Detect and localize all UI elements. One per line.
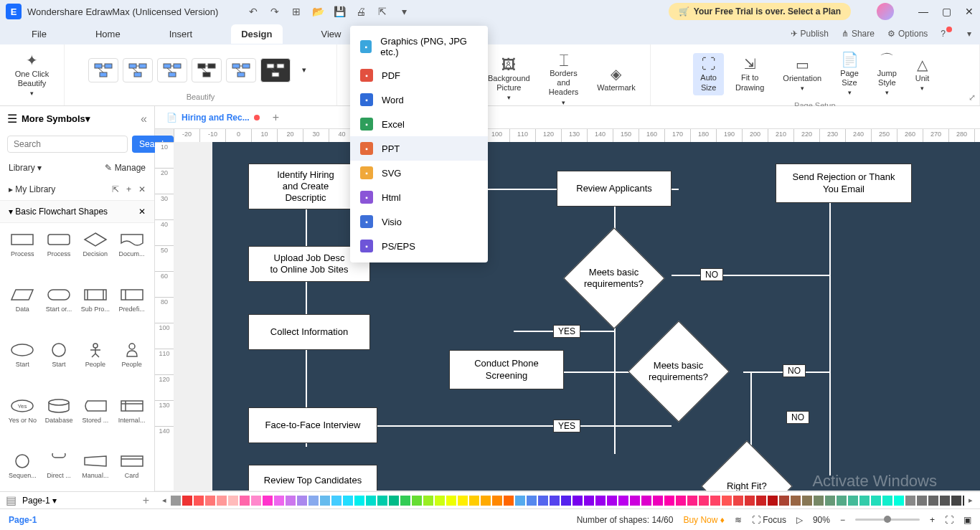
theme-more-button[interactable]: ▾ <box>295 62 314 77</box>
shape-data[interactable]: Data <box>6 284 39 336</box>
export-ps-eps[interactable]: ▪PS/EPS <box>350 234 488 258</box>
shape-predefi[interactable]: Predefi... <box>115 284 149 336</box>
one-click-beautify-button[interactable]: ✦ One Click Beautify ▾ <box>8 49 57 100</box>
color-swatch[interactable] <box>194 496 204 506</box>
color-swatch[interactable] <box>687 496 697 506</box>
color-swatch[interactable] <box>607 496 617 506</box>
color-swatch[interactable] <box>182 496 192 506</box>
color-swatch[interactable] <box>263 496 273 506</box>
shape-people[interactable]: People <box>115 339 149 392</box>
my-library-item[interactable]: ▸ My Library <box>9 184 55 194</box>
page-list-icon[interactable]: ▤ <box>6 493 17 507</box>
color-swatch[interactable] <box>710 496 720 506</box>
zoom-in-button[interactable]: + <box>930 515 935 525</box>
node-right-fit[interactable]: Right Fit? <box>701 440 792 491</box>
color-swatch[interactable] <box>400 496 410 506</box>
qa-more-icon[interactable]: ▾ <box>397 5 410 18</box>
buy-now-link[interactable]: Buy Now ♦ <box>683 515 725 525</box>
color-swatch[interactable] <box>584 496 594 506</box>
close-button[interactable]: ✕ <box>964 6 974 17</box>
manage-button[interactable]: ✎ Manage <box>105 163 146 173</box>
node-phone-screening[interactable]: Conduct Phone Screening <box>449 350 564 389</box>
color-swatch[interactable] <box>492 496 502 506</box>
color-swatch[interactable] <box>618 496 628 506</box>
focus-button[interactable]: ⛶ Focus <box>752 515 786 525</box>
shape-people[interactable]: People <box>79 339 113 392</box>
ribbon-expand-icon[interactable]: ⤢ <box>969 93 976 103</box>
shape-subpro[interactable]: Sub Pro... <box>79 284 113 336</box>
undo-icon[interactable]: ↶ <box>247 5 260 18</box>
color-swatch[interactable] <box>963 496 964 506</box>
node-collect[interactable]: Collect Information <box>248 314 370 350</box>
shape-startor[interactable]: Start or... <box>42 284 76 336</box>
shape-database[interactable]: Database <box>42 395 76 448</box>
share-button[interactable]: ⋔ Share <box>842 29 875 39</box>
node-identify[interactable]: Identify Hiring and Create Descriptic <box>248 164 363 209</box>
color-swatch[interactable] <box>561 496 571 506</box>
export-graphics-png-jpg-etc-[interactable]: ▪Graphics (PNG, JPG etc.) <box>350 30 488 63</box>
watermark-button[interactable]: ◈Watermark <box>590 63 642 95</box>
label-yes-2[interactable]: YES <box>553 420 580 432</box>
export-pdf[interactable]: ▪PDF <box>350 63 488 87</box>
theme-tile-1[interactable] <box>123 58 153 82</box>
user-avatar[interactable] <box>877 3 894 20</box>
jump-style-button[interactable]: ⌒Jump Style▾ <box>870 49 904 100</box>
unit-button[interactable]: △Unit▾ <box>908 54 937 95</box>
color-swatch[interactable] <box>343 496 353 506</box>
symbol-search-input[interactable] <box>7 136 128 153</box>
color-swatch[interactable] <box>308 496 319 506</box>
color-swatch[interactable] <box>205 496 215 506</box>
color-swatch[interactable] <box>733 496 743 506</box>
library-label[interactable]: Library ▾ <box>9 163 42 173</box>
theme-tile-5[interactable] <box>260 58 291 82</box>
color-swatch[interactable] <box>446 496 456 506</box>
color-swatch[interactable] <box>951 496 961 506</box>
color-swatch[interactable] <box>882 496 892 506</box>
color-swatch[interactable] <box>240 496 250 506</box>
lib-close-icon[interactable]: ✕ <box>138 184 146 194</box>
color-swatch[interactable] <box>573 496 583 506</box>
export-html[interactable]: ▪Html <box>350 185 488 209</box>
export-visio[interactable]: ▪Visio <box>350 209 488 234</box>
color-swatch[interactable] <box>469 496 479 506</box>
page-size-button[interactable]: 📄Page Size▾ <box>833 49 866 100</box>
color-swatch[interactable] <box>905 496 915 506</box>
label-yes-1[interactable]: YES <box>553 325 580 338</box>
fit-page-icon[interactable]: ⛶ <box>945 515 953 525</box>
minimize-button[interactable]: — <box>918 6 928 17</box>
export-word[interactable]: ▪Word <box>350 87 488 112</box>
background-picture-button[interactable]: 🖼Background Picture▾ <box>481 54 537 105</box>
color-swatch[interactable] <box>779 496 789 506</box>
export-icon[interactable]: ⇱ <box>376 5 389 18</box>
active-page-label[interactable]: Page-1 <box>9 515 37 525</box>
color-swatch[interactable] <box>228 496 238 506</box>
color-swatch[interactable] <box>297 496 307 506</box>
hamburger-icon[interactable]: ☰ <box>7 112 17 126</box>
color-swatch[interactable] <box>894 496 904 506</box>
color-swatch[interactable] <box>504 496 514 506</box>
color-swatch[interactable] <box>481 496 491 506</box>
color-swatch[interactable] <box>630 496 640 506</box>
print-icon[interactable]: 🖨 <box>354 5 367 18</box>
theme-tile-4[interactable] <box>226 58 256 82</box>
shape-decision[interactable]: Decision <box>79 229 113 281</box>
fullscreen-icon[interactable]: ▣ <box>963 515 971 525</box>
node-review-top[interactable]: Review Top Candidates <box>248 465 377 491</box>
node-rejection-email[interactable]: Send Rejection or Thank You Email <box>776 164 912 203</box>
color-swatch[interactable] <box>641 496 651 506</box>
shape-internal[interactable]: Internal... <box>115 395 149 448</box>
menu-view[interactable]: View <box>311 24 352 44</box>
ribbon-collapse-icon[interactable]: ▾ <box>967 29 971 39</box>
export-ppt[interactable]: ▪PPT <box>350 136 488 161</box>
export-excel[interactable]: ▪Excel <box>350 112 488 136</box>
menu-home[interactable]: Home <box>85 24 131 44</box>
color-swatch[interactable] <box>217 496 227 506</box>
layers-icon[interactable]: ≋ <box>735 515 742 525</box>
trial-banner[interactable]: 🛒 Your Free Trial is over. Select a Plan <box>669 3 851 20</box>
publish-button[interactable]: ✈ Publish <box>791 29 829 39</box>
color-swatch[interactable] <box>699 496 709 506</box>
help-button[interactable]: ? <box>941 29 954 39</box>
palette-left-icon[interactable]: ◂ <box>159 496 169 505</box>
color-swatch[interactable] <box>354 496 364 506</box>
color-swatch[interactable] <box>802 496 812 506</box>
